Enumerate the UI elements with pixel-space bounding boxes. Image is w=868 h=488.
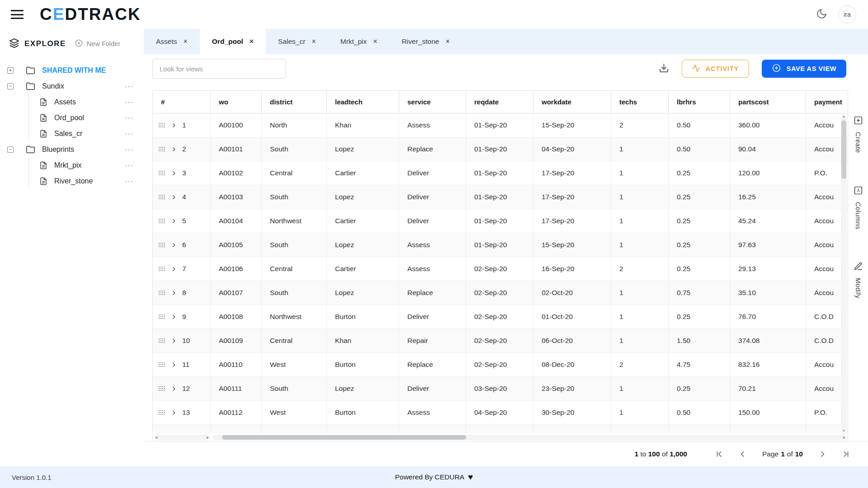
- panel-columns-button[interactable]: λColumns: [854, 186, 863, 230]
- cell-partscost[interactable]: 35.10: [730, 281, 806, 305]
- cell-district[interactable]: Central: [261, 161, 326, 185]
- cell-techs[interactable]: 1: [611, 137, 668, 161]
- drag-handle-icon[interactable]: [158, 194, 165, 200]
- horizontal-scrollbar[interactable]: ◂ ▸ ▸: [153, 434, 848, 441]
- expand-row-icon[interactable]: [171, 338, 177, 344]
- cell-wo[interactable]: A00101: [210, 137, 261, 161]
- column-header-wo[interactable]: wo: [210, 91, 261, 113]
- cell-reqdate[interactable]: 02-Sep-20: [466, 353, 533, 376]
- tab-Sales_cr[interactable]: Sales_cr×: [266, 29, 328, 54]
- column-header-payment[interactable]: payment: [806, 91, 848, 113]
- cell-techs[interactable]: 2: [611, 425, 668, 434]
- more-menu-icon[interactable]: ⋯: [124, 177, 134, 186]
- cell-techs[interactable]: 1: [611, 329, 668, 352]
- expand-row-icon[interactable]: [171, 266, 177, 272]
- last-page-button[interactable]: [842, 450, 850, 458]
- cell-district[interactable]: South: [261, 185, 326, 209]
- download-button[interactable]: [659, 63, 669, 75]
- cell-district[interactable]: West: [261, 401, 326, 424]
- expand-row-icon[interactable]: [171, 146, 177, 152]
- cell-reqdate[interactable]: 03-Sep-20: [466, 377, 533, 400]
- cell-techs[interactable]: 1: [611, 401, 668, 424]
- tab-Assets[interactable]: Assets×: [144, 29, 200, 54]
- table-row[interactable]: 9A00108NorthwestBurtonDeliver02-Sep-2001…: [153, 305, 848, 329]
- cell-leadtech[interactable]: Cartier: [326, 161, 399, 185]
- more-menu-icon[interactable]: ⋯: [124, 113, 134, 122]
- table-row[interactable]: 3A00102CentralCartierDeliver01-Sep-2017-…: [153, 161, 848, 185]
- cell-lbrhrs[interactable]: 0.25: [668, 257, 730, 281]
- previous-page-button[interactable]: [739, 450, 747, 458]
- more-menu-icon[interactable]: ⋯: [124, 98, 134, 107]
- cell-partscost[interactable]: 150.00: [730, 401, 806, 424]
- column-header-workdate[interactable]: workdate: [533, 91, 611, 113]
- cell-leadtech[interactable]: Lopez: [326, 281, 399, 305]
- cell-service[interactable]: Assess: [399, 401, 466, 424]
- cell-workdate[interactable]: 01-Oct-20: [533, 305, 611, 328]
- column-header-partscost[interactable]: partscost: [730, 91, 806, 113]
- cell-techs[interactable]: 1: [611, 377, 668, 400]
- expand-row-icon[interactable]: [171, 194, 177, 200]
- main-scroll-track[interactable]: ▸: [213, 435, 847, 440]
- sidebar-view-ord-pool[interactable]: Ord_pool⋯: [29, 110, 144, 126]
- column-header-district[interactable]: district: [261, 91, 326, 113]
- cell-wo[interactable]: A00110: [210, 353, 261, 376]
- drag-handle-icon[interactable]: [158, 146, 165, 152]
- tab-Ord_pool[interactable]: Ord_pool×: [200, 29, 266, 54]
- cell-service[interactable]: Repair: [399, 329, 466, 352]
- cell-lbrhrs[interactable]: 1.50: [668, 425, 730, 434]
- more-menu-icon[interactable]: ⋯: [124, 82, 134, 91]
- cell-leadtech[interactable]: Burton: [326, 305, 399, 328]
- cell-reqdate[interactable]: 01-Sep-20: [466, 161, 533, 185]
- cell-leadtech[interactable]: Khan: [326, 329, 399, 352]
- cell-partscost[interactable]: 374.08: [730, 329, 806, 352]
- expand-row-icon[interactable]: [171, 242, 177, 248]
- drag-handle-icon[interactable]: [158, 386, 165, 391]
- drag-handle-icon[interactable]: [158, 218, 165, 224]
- horizontal-scroll-thumb[interactable]: [222, 435, 466, 440]
- cell-lbrhrs[interactable]: 0.25: [668, 233, 730, 257]
- new-folder-button[interactable]: New Folder: [75, 39, 120, 49]
- cell-district[interactable]: North: [261, 113, 326, 137]
- tab-close-icon[interactable]: ×: [445, 38, 449, 46]
- collapse-icon[interactable]: −: [7, 83, 14, 89]
- table-row[interactable]: 1A00100NorthKhanAssess01-Sep-2015-Sep-20…: [153, 113, 848, 137]
- cell-partscost[interactable]: 76.70: [730, 305, 806, 328]
- cell-service[interactable]: Replace: [399, 137, 466, 161]
- cell-leadtech[interactable]: Lopez: [326, 137, 399, 161]
- tab-close-icon[interactable]: ×: [311, 38, 316, 46]
- cell-service[interactable]: Assess: [399, 113, 466, 137]
- panel-modify-button[interactable]: Modify: [854, 262, 863, 299]
- drag-handle-icon[interactable]: [158, 266, 165, 272]
- scroll-left-icon[interactable]: ◂: [155, 435, 157, 440]
- cell-wo[interactable]: A00104: [210, 209, 261, 233]
- hamburger-menu-icon[interactable]: [11, 10, 24, 19]
- expand-row-icon[interactable]: [171, 290, 177, 296]
- cell-service[interactable]: Deliver: [399, 161, 466, 185]
- cell-reqdate[interactable]: 01-Sep-20: [466, 185, 533, 209]
- cell-techs[interactable]: 1: [611, 185, 668, 209]
- cell-workdate[interactable]: 17-Sep-20: [533, 161, 611, 185]
- cell-workdate[interactable]: 24-Oct-20: [533, 425, 611, 434]
- cell-leadtech[interactable]: Cartier: [326, 209, 399, 233]
- more-menu-icon[interactable]: ⋯: [124, 161, 134, 170]
- cell-partscost[interactable]: 90.04: [730, 137, 806, 161]
- cell-reqdate[interactable]: 01-Sep-20: [466, 137, 533, 161]
- cell-techs[interactable]: 2: [611, 113, 668, 137]
- cell-workdate[interactable]: 02-Oct-20: [533, 281, 611, 305]
- scroll-right-icon[interactable]: ▸: [843, 435, 845, 440]
- cell-service[interactable]: Deliver: [399, 377, 466, 400]
- cell-lbrhrs[interactable]: 0.50: [668, 137, 730, 161]
- cell-wo[interactable]: A00103: [210, 185, 261, 209]
- sidebar-folder-blueprints[interactable]: −Blueprints⋯: [0, 141, 144, 157]
- expand-row-icon[interactable]: [171, 218, 177, 224]
- tab-close-icon[interactable]: ×: [184, 38, 188, 46]
- cell-leadtech[interactable]: Burton: [326, 401, 399, 424]
- cell-wo[interactable]: A00106: [210, 257, 261, 281]
- table-row[interactable]: 5A00104NorthwestCartierDeliver01-Sep-201…: [153, 209, 848, 233]
- cell-reqdate[interactable]: 01-Sep-20: [466, 113, 533, 137]
- cell-lbrhrs[interactable]: 0.25: [668, 209, 730, 233]
- cell-service[interactable]: Assess: [399, 257, 466, 281]
- table-row[interactable]: 8A00107SouthLopezReplace02-Sep-2002-Oct-…: [153, 281, 848, 305]
- cell-reqdate[interactable]: 04-Sep-20: [466, 425, 533, 434]
- cell-service[interactable]: Replace: [399, 281, 466, 305]
